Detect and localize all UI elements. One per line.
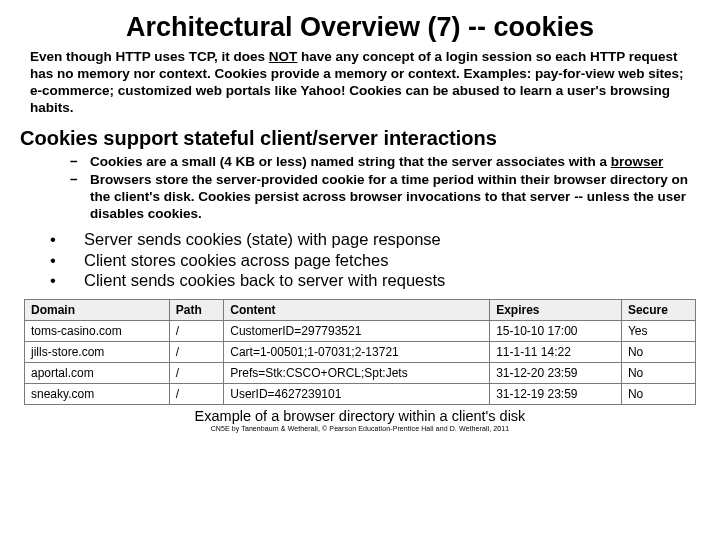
dash-list: − Cookies are a small (4 KB or less) nam… (70, 154, 690, 224)
cell: 11-1-11 14:22 (490, 341, 622, 362)
cell: 15-10-10 17:00 (490, 320, 622, 341)
intro-not: NOT (269, 49, 298, 64)
cell: 31-12-20 23:59 (490, 362, 622, 383)
intro-paragraph: Even though HTTP uses TCP, it does NOT h… (30, 49, 690, 117)
cookie-table: Domain Path Content Expires Secure toms-… (24, 299, 696, 405)
bullet-2: • Client stores cookies across page fetc… (50, 250, 690, 271)
cell: No (621, 341, 695, 362)
bullet-text-3: Client sends cookies back to server with… (84, 270, 445, 291)
bullet-marker: • (50, 229, 84, 250)
cell: No (621, 362, 695, 383)
th-path: Path (169, 299, 223, 320)
dash-item-2: − Browsers store the server-provided coo… (70, 172, 690, 223)
cell: sneaky.com (25, 383, 170, 404)
th-domain: Domain (25, 299, 170, 320)
cell: CustomerID=297793521 (224, 320, 490, 341)
dash-marker: − (70, 154, 90, 171)
bullet-1: • Server sends cookies (state) with page… (50, 229, 690, 250)
dash-marker: − (70, 172, 90, 223)
table-header-row: Domain Path Content Expires Secure (25, 299, 696, 320)
dash-item-1: − Cookies are a small (4 KB or less) nam… (70, 154, 690, 171)
bullet-text-2: Client stores cookies across page fetche… (84, 250, 389, 271)
cell: UserID=4627239101 (224, 383, 490, 404)
subheading: Cookies support stateful client/server i… (20, 127, 690, 150)
slide-title: Architectural Overview (7) -- cookies (30, 12, 690, 43)
dash-text-1: Cookies are a small (4 KB or less) named… (90, 154, 690, 171)
cell: 31-12-19 23:59 (490, 383, 622, 404)
cell: / (169, 383, 223, 404)
dash1-pre: Cookies are a small (4 KB or less) named… (90, 154, 611, 169)
bullet-marker: • (50, 270, 84, 291)
cell: jills-store.com (25, 341, 170, 362)
cell: / (169, 362, 223, 383)
cell: aportal.com (25, 362, 170, 383)
table-caption: Example of a browser directory within a … (30, 408, 690, 424)
cell: toms-casino.com (25, 320, 170, 341)
th-secure: Secure (621, 299, 695, 320)
table-row: jills-store.com / Cart=1-00501;1-07031;2… (25, 341, 696, 362)
cell: Yes (621, 320, 695, 341)
bullet-3: • Client sends cookies back to server wi… (50, 270, 690, 291)
cell: / (169, 320, 223, 341)
dash1-underline: browser (611, 154, 664, 169)
cell: Prefs=Stk:CSCO+ORCL;Spt:Jets (224, 362, 490, 383)
th-content: Content (224, 299, 490, 320)
dash-text-2: Browsers store the server-provided cooki… (90, 172, 690, 223)
bullet-marker: • (50, 250, 84, 271)
th-expires: Expires (490, 299, 622, 320)
table-row: aportal.com / Prefs=Stk:CSCO+ORCL;Spt:Je… (25, 362, 696, 383)
cell: Cart=1-00501;1-07031;2-13721 (224, 341, 490, 362)
bullet-text-1: Server sends cookies (state) with page r… (84, 229, 441, 250)
cell: / (169, 341, 223, 362)
cookie-table-wrap: Domain Path Content Expires Secure toms-… (24, 299, 696, 405)
bullet-list: • Server sends cookies (state) with page… (50, 229, 690, 291)
intro-pre: Even though HTTP uses TCP, it does (30, 49, 269, 64)
table-row: toms-casino.com / CustomerID=297793521 1… (25, 320, 696, 341)
cell: No (621, 383, 695, 404)
credit-line: CN5E by Tanenbaum & Wetherall, © Pearson… (30, 425, 690, 432)
table-row: sneaky.com / UserID=4627239101 31-12-19 … (25, 383, 696, 404)
